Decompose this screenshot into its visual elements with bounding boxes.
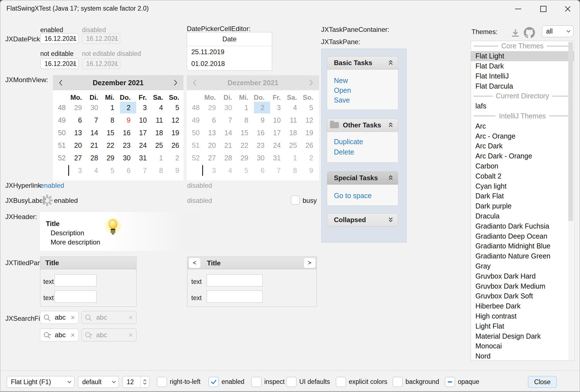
datepicker-dropdown-button[interactable]	[68, 34, 78, 44]
theme-list-item[interactable]: Light Flat	[471, 321, 574, 331]
checkbox-enabled[interactable]	[209, 377, 219, 387]
datepicker-dropdown-button[interactable]	[68, 59, 78, 69]
day-cell[interactable]: 9	[166, 167, 179, 175]
taskpane-link[interactable]: Save	[334, 96, 350, 104]
search-field[interactable]: abc×	[40, 311, 79, 324]
day-cell[interactable]: 5	[166, 104, 179, 112]
theme-list-item[interactable]: Flat Light	[471, 51, 574, 61]
search-field[interactable]: abc×	[40, 329, 79, 341]
taskpane-link[interactable]: Delete	[334, 148, 354, 156]
theme-list-item[interactable]: Flat Dark	[471, 61, 574, 71]
taskpane-link[interactable]: Open	[334, 86, 351, 94]
theme-list-item[interactable]: Dracula	[471, 211, 574, 221]
day-cell[interactable]: 4	[85, 167, 98, 175]
day-cell[interactable]: 1	[102, 104, 114, 112]
theme-list-item[interactable]: Gradianto Dark Fuchsia	[471, 221, 574, 231]
theme-list-item[interactable]: Arc Dark - Orange	[471, 151, 574, 161]
day-cell[interactable]: 9	[118, 116, 131, 124]
day-cell[interactable]: 3	[134, 104, 147, 112]
day-cell[interactable]: 11	[150, 116, 163, 124]
theme-list-item[interactable]: Hiberbee Dark	[471, 301, 574, 311]
day-cell[interactable]: 2	[166, 154, 179, 162]
day-cell[interactable]: 7	[85, 116, 98, 124]
collapse-chevron[interactable]	[388, 174, 393, 184]
theme-list-item[interactable]: Flat Darcula	[471, 81, 574, 91]
close-window-button[interactable]	[555, 0, 580, 18]
table-row[interactable]: 01.02.2018	[187, 58, 272, 70]
clear-search-icon[interactable]: ×	[71, 331, 75, 339]
theme-list-item[interactable]: Cyan light	[471, 181, 574, 191]
table-row[interactable]: 25.11.2019	[187, 46, 272, 58]
themes-scrollbar-thumb[interactable]	[568, 42, 573, 221]
day-cell[interactable]: 1	[150, 154, 163, 162]
theme-list-item[interactable]: Gray	[471, 261, 574, 271]
day-cell[interactable]: 8	[150, 167, 163, 175]
day-cell[interactable]: 12	[166, 116, 179, 124]
theme-list-item[interactable]: Arc Dark	[471, 141, 574, 151]
taskpane-header-other-tasks[interactable]: Other Tasks	[327, 118, 398, 132]
theme-list-item[interactable]: Dark Flat	[471, 191, 574, 201]
day-cell[interactable]: 5	[102, 167, 114, 175]
day-cell[interactable]: 21	[85, 141, 98, 149]
day-cell[interactable]: 3	[69, 167, 82, 175]
day-cell[interactable]: 30	[85, 104, 98, 112]
theme-list-item[interactable]: Material Design Dark	[471, 331, 574, 341]
day-cell[interactable]: 22	[102, 141, 114, 149]
collapse-chevron[interactable]	[388, 121, 393, 131]
laf-combo[interactable]: Flat Light (F1)	[7, 376, 74, 388]
checkbox-opaque[interactable]	[445, 377, 455, 387]
github-icon[interactable]	[524, 27, 535, 38]
theme-list-item[interactable]: High contrast	[471, 311, 574, 321]
busy-checkbox[interactable]	[291, 196, 300, 205]
cell-editor-table[interactable]: Date 25.11.201901.02.2018	[187, 32, 272, 71]
day-cell[interactable]: 17	[134, 129, 147, 137]
theme-list-item[interactable]: Gradianto Midnight Blue	[471, 241, 574, 251]
theme-list-item[interactable]: Nord	[471, 351, 574, 361]
theme-list-item[interactable]: Gradianto Deep Ocean	[471, 231, 574, 241]
text-field[interactable]	[207, 274, 263, 286]
prev-month-button[interactable]	[57, 79, 65, 87]
day-cell[interactable]: 6	[69, 116, 82, 124]
checkbox-background[interactable]	[393, 377, 403, 387]
monthview-calendar-enabled[interactable]: Dezember 2021Mo.Di.Mi.Do.Fr.Sa.So.482930…	[53, 75, 183, 180]
text-field[interactable]	[55, 291, 96, 303]
theme-list-item[interactable]: Gruvbox Dark Medium	[471, 281, 574, 291]
theme-list-item[interactable]: Gruvbox Dark Hard	[471, 271, 574, 281]
day-cell[interactable]: 29	[102, 154, 114, 162]
checkbox-inspect[interactable]	[251, 377, 261, 387]
day-cell[interactable]: 16	[118, 129, 131, 137]
themes-list[interactable]: Core ThemesFlat LightFlat DarkFlat Intel…	[471, 41, 574, 361]
font-size-spinner[interactable]: 12	[122, 376, 149, 388]
theme-list-item[interactable]: lafs	[471, 101, 574, 111]
maximize-button[interactable]	[531, 0, 556, 18]
theme-list-item[interactable]: Monocai	[471, 341, 574, 351]
day-cell[interactable]: 26	[166, 141, 179, 149]
datepicker-field[interactable]: 16.12.2021	[40, 58, 79, 69]
day-cell[interactable]: 29	[69, 104, 82, 112]
themes-filter-combo[interactable]: all	[542, 25, 574, 37]
day-cell[interactable]: 23	[118, 141, 131, 149]
checkbox-explicit-colors[interactable]	[336, 377, 346, 387]
day-cell[interactable]: 15	[102, 129, 114, 137]
taskpane-header-basic-tasks[interactable]: Basic Tasks	[327, 56, 398, 70]
collapse-chevron[interactable]	[388, 216, 393, 225]
day-cell[interactable]: 8	[102, 116, 114, 124]
day-cell[interactable]: 28	[85, 154, 98, 162]
day-cell[interactable]: 25	[150, 141, 163, 149]
day-cell[interactable]: 19	[166, 129, 179, 137]
spinner-arrows[interactable]	[140, 376, 149, 388]
day-cell[interactable]: 14	[85, 129, 98, 137]
day-cell[interactable]: 13	[69, 129, 82, 137]
theme-list-item[interactable]: Flat IntelliJ	[471, 71, 574, 81]
checkbox-right-to-left[interactable]	[157, 377, 167, 387]
clear-search-icon[interactable]: ×	[71, 313, 75, 322]
text-field[interactable]	[55, 274, 96, 286]
titled-panel-next-button[interactable]: >	[303, 258, 316, 268]
next-month-button[interactable]	[172, 79, 180, 87]
theme-list-item[interactable]: Cobalt 2	[471, 171, 574, 181]
day-cell[interactable]: 18	[150, 129, 163, 137]
taskpane-link[interactable]: Go to space	[334, 192, 372, 200]
hyperlink-enabled[interactable]: enabled	[40, 182, 64, 189]
theme-list-item[interactable]: Gradianto Nature Green	[471, 251, 574, 261]
day-cell[interactable]: 20	[69, 141, 82, 149]
